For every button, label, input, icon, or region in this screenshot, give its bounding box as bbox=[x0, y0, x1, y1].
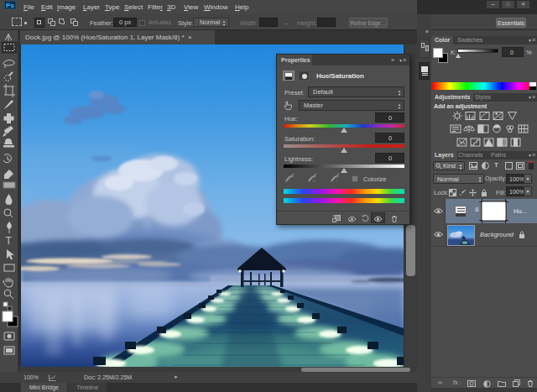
svg-text:–: – bbox=[336, 178, 338, 183]
svg-text:+: + bbox=[313, 178, 315, 183]
svg-text:T: T bbox=[6, 235, 13, 247]
